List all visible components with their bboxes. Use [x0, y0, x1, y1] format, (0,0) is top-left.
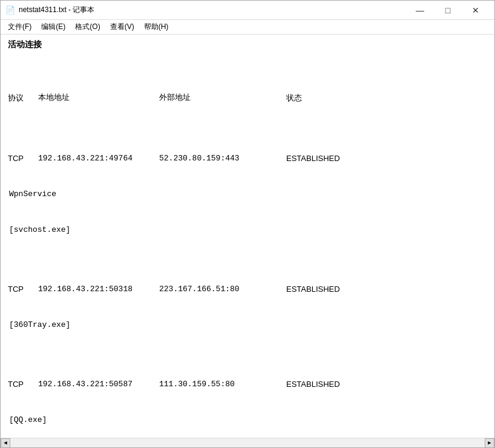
minimize-button[interactable]: — — [406, 1, 434, 20]
table-row: [svchost.exe] — [8, 224, 487, 236]
scroll-left-button[interactable]: ◀ — [1, 438, 10, 448]
window-title: netstat4311.txt - 记事本 — [19, 5, 94, 15]
scroll-right-button[interactable]: ▶ — [485, 438, 494, 448]
menu-view[interactable]: 查看(V) — [105, 21, 139, 33]
heading: 活动连接 — [8, 39, 487, 50]
header-local: 本地地址 — [38, 92, 159, 104]
table-row: TCP 192.168.43.221:49764 52.230.80.159:4… — [8, 153, 487, 165]
menu-help[interactable]: 帮助(H) — [139, 21, 174, 33]
header-remote: 外部地址 — [159, 92, 286, 104]
horizontal-scrollbar[interactable]: ◀ ▶ — [1, 438, 494, 447]
header-proto: 协议 — [8, 92, 38, 104]
title-bar-buttons: — □ ✕ — [406, 1, 490, 20]
title-bar: 📄 netstat4311.txt - 记事本 — □ ✕ — [1, 1, 494, 20]
content-area[interactable]: 活动连接 协议 本地地址 外部地址 状态 TCP 192.168.43.221:… — [1, 35, 494, 438]
notepad-window: 📄 netstat4311.txt - 记事本 — □ ✕ 文件(F) 编辑(E… — [0, 0, 495, 448]
netstat-table: 协议 本地地址 外部地址 状态 TCP 192.168.43.221:49764… — [8, 56, 487, 438]
table-header: 协议 本地地址 外部地址 状态 — [8, 92, 487, 104]
close-button[interactable]: ✕ — [462, 1, 490, 20]
table-row: WpnService — [8, 188, 487, 200]
table-row: TCP 192.168.43.221:50318 223.167.166.51:… — [8, 283, 487, 295]
title-bar-left: 📄 netstat4311.txt - 记事本 — [5, 5, 94, 15]
menu-format[interactable]: 格式(O) — [70, 21, 105, 33]
table-row: TCP 192.168.43.221:50587 111.30.159.55:8… — [8, 378, 487, 390]
table-row: [360Tray.exe] — [8, 319, 487, 331]
menu-bar: 文件(F) 编辑(E) 格式(O) 查看(V) 帮助(H) — [1, 20, 494, 35]
menu-edit[interactable]: 编辑(E) — [36, 21, 70, 33]
app-icon: 📄 — [5, 5, 15, 15]
scroll-track[interactable] — [10, 438, 485, 447]
table-row: [QQ.exe] — [8, 414, 487, 426]
maximize-button[interactable]: □ — [434, 1, 462, 20]
header-state: 状态 — [286, 92, 302, 104]
menu-file[interactable]: 文件(F) — [3, 21, 36, 33]
